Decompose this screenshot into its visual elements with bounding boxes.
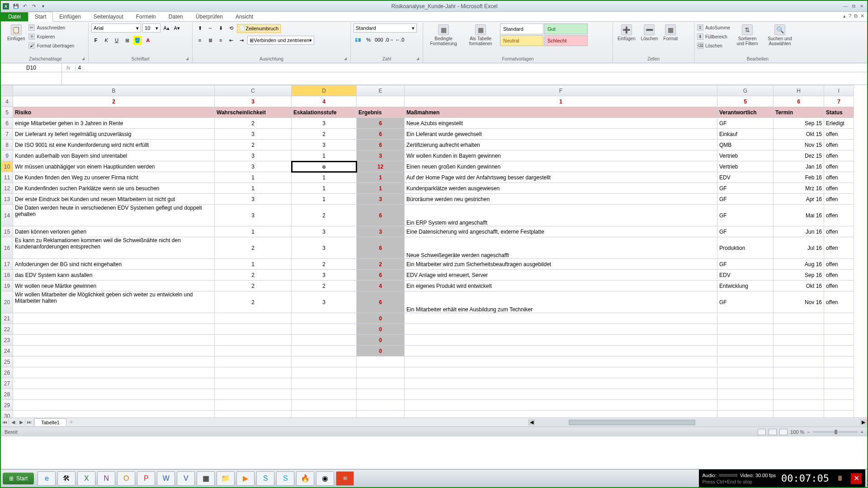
style-schlecht[interactable]: Schlecht [544,35,588,46]
cell[interactable] [405,411,717,418]
cell[interactable] [215,313,292,324]
row-header[interactable]: 7 [1,129,13,140]
cell[interactable]: 2 [292,259,357,270]
app-s-icon[interactable]: S [256,471,274,486]
cell[interactable]: 3 [215,205,292,226]
word-icon[interactable]: W [157,471,175,486]
cell[interactable]: Sep 15 [774,118,824,129]
cell[interactable]: 1 [292,172,357,183]
cell[interactable] [717,411,774,418]
cell[interactable]: 1 [215,259,292,270]
cell[interactable]: Die Daten werden heute in verschiedenen … [13,205,215,226]
cell[interactable]: Daten können verloren gehen [13,226,215,237]
cell[interactable]: Kunden außerhalb von Bayern sind unrenta… [13,150,215,161]
cell[interactable]: 3 [357,226,405,237]
tab-überprüfen[interactable]: Überprüfen [189,12,229,21]
cell[interactable] [292,324,357,335]
window-close-icon[interactable]: ✕ [860,13,864,19]
cell[interactable] [824,346,854,357]
dialog-launcher-icon[interactable]: ◢ [82,56,87,61]
cell[interactable]: Vertrieb [717,150,774,161]
new-sheet-icon[interactable]: ✧ [66,419,76,425]
cell[interactable] [215,411,292,418]
cell[interactable]: Zertifizierung aufrecht erhalten [405,140,717,150]
minimize-icon[interactable]: — [842,3,849,9]
flame-icon[interactable]: 🔥 [296,471,314,486]
cell[interactable]: 1 [215,226,292,237]
cell[interactable]: Feb 16 [774,172,824,183]
style-gut[interactable]: Gut [544,23,588,34]
cell[interactable]: Apr 16 [774,194,824,205]
row-header[interactable]: 12 [1,183,13,194]
restore-icon[interactable]: ⧉ [850,3,857,9]
cell[interactable]: 1 [215,183,292,194]
cell[interactable]: Die ISO 9001 ist eine Kundenforderung wi… [13,140,215,150]
currency-icon[interactable]: 💶 [354,36,363,45]
insert-cells-button[interactable]: ➕Einfügen [616,23,637,42]
italic-button[interactable]: K [102,36,111,45]
fx-icon[interactable]: fx [62,65,75,70]
cell[interactable]: Auf der Home Page wird der Anfahrtsweg b… [405,172,717,183]
row-header[interactable]: 21 [1,313,13,324]
cell[interactable] [717,378,774,389]
row-header[interactable]: 18 [1,270,13,281]
cell[interactable]: Wir wollen Kunden in Bayern gewinnen [405,150,717,161]
font-color-icon[interactable]: A [143,36,152,45]
cell[interactable]: GF [717,194,774,205]
qat-dropdown-icon[interactable]: ▾ [39,2,47,10]
cell[interactable] [357,411,405,418]
cell[interactable]: Okt 15 [774,129,824,140]
cell[interactable] [774,400,824,411]
name-box-input[interactable] [1,63,61,72]
formula-input[interactable] [75,65,867,71]
cell[interactable]: offen [824,270,854,281]
visio-icon[interactable]: V [177,471,195,486]
percent-icon[interactable]: % [364,35,373,44]
row-header[interactable]: 8 [1,140,13,150]
col-header-I[interactable]: I [824,85,854,96]
cell[interactable] [13,335,215,346]
cell[interactable]: 7 [824,96,854,107]
normal-view-icon[interactable] [758,429,766,435]
cell[interactable]: offen [824,150,854,161]
cell[interactable]: 3 [215,194,292,205]
cell[interactable]: Neue Azubis eingestellt [405,118,717,129]
cell[interactable]: 6 [357,270,405,281]
cell[interactable]: Wir wollen Mitarbeiter die Möglichkeit g… [13,291,215,313]
cell[interactable] [13,389,215,400]
cell[interactable]: Wir müssen unabhägiger von einem Hauptku… [13,161,215,172]
cell[interactable] [215,335,292,346]
tab-seitenlayout[interactable]: Seitenlayout [87,12,130,21]
cell[interactable]: 3 [215,161,292,172]
cell[interactable] [824,389,854,400]
increase-font-icon[interactable]: A▴ [162,24,171,33]
cell[interactable]: Der Lieferant xy liefert regelmäßig unzu… [13,129,215,140]
skype-icon[interactable]: S [276,471,294,486]
header-cell[interactable]: Eskalationsstufe [292,107,357,118]
increase-decimal-icon[interactable]: .0→ [385,35,394,44]
format-as-table-button[interactable]: ▦Als Tabelle formatieren [463,23,498,47]
cell[interactable] [824,357,854,367]
cell[interactable]: 1 [292,150,357,161]
wrap-text-button[interactable]: 📄 Zeilenumbruch [237,24,281,33]
cell[interactable]: offen [824,281,854,291]
cell[interactable]: 0 [357,335,405,346]
explorer-icon[interactable]: 📁 [217,471,235,486]
cell[interactable]: 6 [357,205,405,226]
row-header[interactable]: 24 [1,346,13,357]
cell[interactable] [292,378,357,389]
cell[interactable]: offen [824,237,854,259]
cell[interactable]: offen [824,161,854,172]
cut-button[interactable]: ✂Ausschneiden [28,23,74,32]
save-icon[interactable]: 💾 [12,2,20,10]
cell[interactable] [717,324,774,335]
chrome-icon[interactable]: ◉ [316,471,334,486]
cell[interactable]: einige Mitarbetier gehen in 3 Jahren in … [13,118,215,129]
row-header[interactable]: 14 [1,205,13,226]
style-neutral[interactable]: Neutral [500,35,543,46]
row-header[interactable]: 29 [1,400,13,411]
tool-icon[interactable]: 🛠 [57,471,75,486]
cell[interactable] [774,378,824,389]
cell[interactable]: 2 [215,281,292,291]
cell[interactable] [13,346,215,357]
